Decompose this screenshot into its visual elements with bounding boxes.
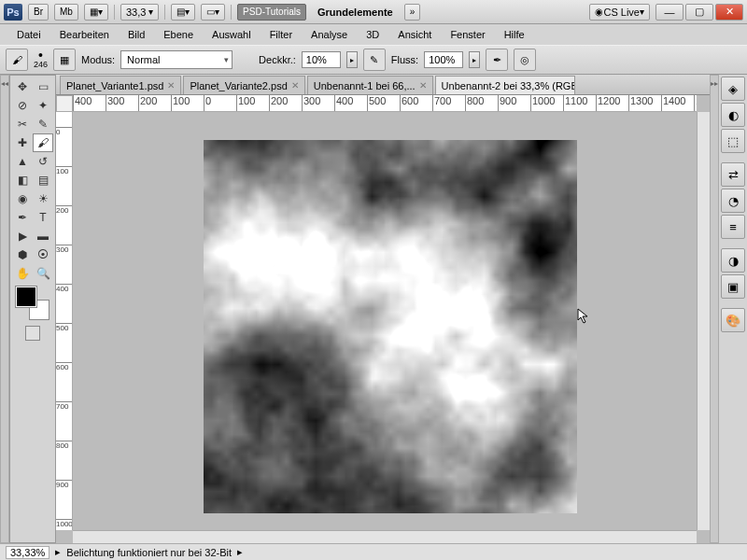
tablet-opacity-toggle[interactable]: ✎	[363, 49, 386, 71]
history-brush-tool[interactable]: ↺	[33, 152, 53, 171]
workspace-more-button[interactable]: »	[404, 4, 421, 21]
tab-close-icon[interactable]: ✕	[291, 80, 299, 91]
document-canvas[interactable]	[204, 140, 577, 513]
status-play-icon[interactable]: ▸	[55, 546, 61, 558]
adjustments-panel-icon[interactable]: ⇄	[721, 162, 745, 187]
channels-panel-icon[interactable]: ◐	[721, 103, 745, 127]
collapse-left-handle[interactable]: ◂◂	[0, 75, 9, 543]
brush-preset-picker[interactable]: • 246	[34, 50, 48, 69]
vertical-ruler[interactable]: 01002003004005006007008009001000	[56, 112, 73, 530]
vertical-scrollbar[interactable]	[697, 112, 710, 530]
zoom-level-value: 33,3	[126, 7, 146, 18]
ruler-origin[interactable]	[56, 95, 73, 112]
gradient-tool[interactable]: ▤	[33, 171, 53, 189]
brush-tool[interactable]: 🖌	[33, 133, 53, 152]
menu-filter[interactable]: Filter	[261, 26, 302, 43]
color-swatches[interactable]	[16, 287, 49, 320]
horizontal-scrollbar[interactable]	[73, 530, 697, 543]
menu-ebene[interactable]: Ebene	[154, 26, 203, 43]
brush-panel-toggle[interactable]: ▦	[53, 49, 76, 71]
layers-panel-icon[interactable]: ◈	[721, 77, 745, 101]
flow-input[interactable]: 100%	[424, 51, 463, 68]
cs-live-button[interactable]: ◉ CS Live ▾	[589, 4, 650, 21]
flow-value: 100%	[429, 54, 455, 65]
document-tabs: Planet_Variante1.psd✕ Planet_Variante2.p…	[56, 75, 710, 95]
cs-live-label: CS Live	[603, 7, 640, 18]
document-tab[interactable]: Planet_Variante2.psd✕	[183, 76, 304, 94]
document-tab[interactable]: Unbenannt-2 bei 33,3% (RGB/8) *✕	[435, 76, 575, 94]
view-extras-button[interactable]: ▦▾	[84, 4, 108, 21]
document-tab[interactable]: Planet_Variante1.psd✕	[60, 76, 181, 94]
tab-close-icon[interactable]: ✕	[167, 80, 175, 91]
document-tab[interactable]: Unbenannt-1 bei 66,...✕	[307, 76, 433, 94]
color-panel-icon[interactable]: 🎨	[721, 308, 745, 332]
flow-flyout[interactable]: ▸	[469, 51, 480, 68]
airbrush-toggle[interactable]: ✒	[486, 49, 508, 71]
tablet-size-toggle[interactable]: ◎	[514, 49, 536, 71]
shape-tool[interactable]: ▬	[33, 227, 53, 245]
contrast-panel-icon[interactable]: ◑	[721, 248, 745, 273]
app-logo-icon: Ps	[4, 4, 22, 21]
menu-hilfe[interactable]: Hilfe	[495, 26, 534, 43]
menu-bearbeiten[interactable]: Bearbeiten	[50, 26, 119, 43]
hand-tool[interactable]: ✋	[12, 264, 33, 283]
lasso-tool[interactable]: ⊘	[12, 96, 33, 115]
menu-datei[interactable]: Datei	[7, 26, 50, 43]
3d-camera-tool[interactable]: ⦿	[33, 245, 53, 264]
close-button[interactable]: ✕	[715, 4, 743, 21]
status-flyout-icon[interactable]: ▸	[237, 546, 243, 558]
3d-tool[interactable]: ⬢	[12, 245, 33, 264]
healing-tool[interactable]: ✚	[12, 133, 33, 152]
bridge-button[interactable]: Br	[28, 4, 49, 21]
blend-mode-dropdown[interactable]: Normal	[120, 50, 233, 69]
canvas-viewport[interactable]	[73, 112, 697, 530]
menu-bild[interactable]: Bild	[119, 26, 154, 43]
maximize-button[interactable]: ▢	[685, 4, 713, 21]
zoom-level-dropdown[interactable]: 33,3 ▾	[120, 4, 159, 21]
eyedropper-tool[interactable]: ✎	[33, 115, 53, 133]
pen-tool[interactable]: ✒	[12, 208, 33, 227]
zoom-tool[interactable]: 🔍	[33, 264, 53, 283]
crop-tool[interactable]: ✂	[12, 115, 33, 133]
eraser-tool[interactable]: ◧	[12, 171, 33, 189]
move-tool[interactable]: ✥	[12, 77, 33, 96]
quickmask-toggle[interactable]	[25, 326, 40, 341]
masks-panel-icon[interactable]: ◔	[721, 189, 745, 213]
options-bar: 🖌 • 246 ▦ Modus: Normal Deckkr.: 10% ▸ ✎…	[0, 45, 747, 75]
minimize-button[interactable]: —	[655, 4, 684, 21]
workspace-switcher-button[interactable]: PSD-Tutorials	[237, 4, 306, 21]
quick-select-tool[interactable]: ✦	[33, 96, 53, 115]
minibridge-button[interactable]: Mb	[54, 4, 78, 21]
paths-panel-icon[interactable]: ⬚	[721, 129, 745, 153]
horizontal-ruler[interactable]: 4003002001000100200300400500600700800900…	[73, 95, 697, 112]
opacity-input[interactable]: 10%	[302, 51, 341, 68]
status-bar: 33,33% ▸ Belichtung funktioniert nur bei…	[0, 543, 747, 560]
stamp-tool[interactable]: ▲	[12, 152, 33, 171]
path-select-tool[interactable]: ▶	[12, 227, 33, 245]
menu-ansicht[interactable]: Ansicht	[388, 26, 441, 43]
menu-fenster[interactable]: Fenster	[441, 26, 494, 43]
screen-mode-button[interactable]: ▭▾	[201, 4, 225, 21]
toolbox: ✥▭ ⊘✦ ✂✎ ✚🖌 ▲↺ ◧▤ ◉☀ ✒T ▶▬ ⬢⦿ ✋🔍	[9, 75, 56, 543]
blur-tool[interactable]: ◉	[12, 189, 33, 208]
arrange-documents-button[interactable]: ▤▾	[171, 4, 195, 21]
tab-close-icon[interactable]: ✕	[419, 80, 427, 91]
menu-analyse[interactable]: Analyse	[302, 26, 357, 43]
workspace-name-label[interactable]: Grundelemente	[312, 5, 399, 20]
foreground-color-swatch[interactable]	[16, 287, 36, 307]
menu-auswahl[interactable]: Auswahl	[203, 26, 261, 43]
opacity-flyout[interactable]: ▸	[346, 51, 358, 68]
type-tool[interactable]: T	[33, 208, 53, 227]
tool-preset-picker[interactable]: 🖌	[6, 49, 28, 71]
navigator-panel-icon[interactable]: ▣	[721, 274, 745, 299]
tab-label: Planet_Variante1.psd	[66, 80, 163, 91]
marquee-tool[interactable]: ▭	[33, 77, 53, 96]
status-zoom-field[interactable]: 33,33%	[6, 546, 49, 559]
collapse-right-handle[interactable]: ▸▸	[710, 75, 719, 543]
window-controls: — ▢ ✕	[655, 4, 743, 21]
dodge-tool[interactable]: ☀	[33, 189, 53, 208]
blend-mode-value: Normal	[127, 54, 160, 65]
menu-3d[interactable]: 3D	[357, 26, 388, 43]
separator	[231, 5, 232, 20]
styles-panel-icon[interactable]: ≡	[721, 215, 745, 239]
